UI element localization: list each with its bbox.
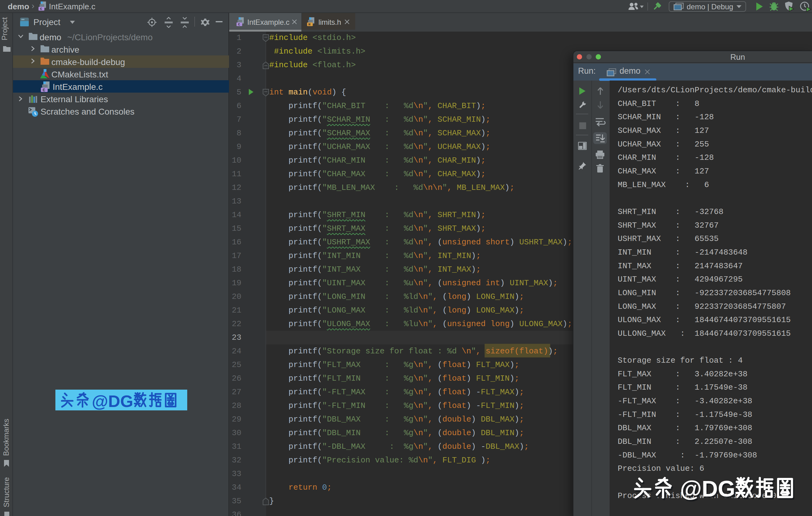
svg-text:C: C	[43, 88, 45, 92]
svg-text:@DG: @DG	[680, 477, 735, 501]
svg-text:C: C	[40, 7, 42, 11]
svg-text:C: C	[238, 23, 240, 27]
svg-text:H: H	[309, 23, 311, 27]
svg-text:@DG: @DG	[92, 392, 134, 410]
